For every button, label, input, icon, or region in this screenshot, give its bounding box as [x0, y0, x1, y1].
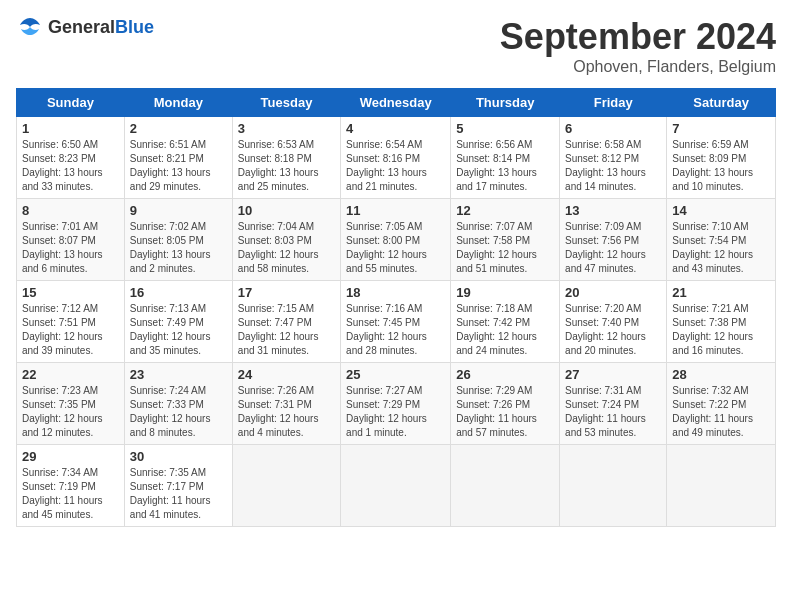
logo-text: GeneralBlue: [48, 17, 154, 38]
day-detail: Sunrise: 7:04 AMSunset: 8:03 PMDaylight:…: [238, 220, 335, 276]
day-detail: Sunrise: 7:31 AMSunset: 7:24 PMDaylight:…: [565, 384, 661, 440]
day-number: 8: [22, 203, 119, 218]
calendar-day-cell: 15Sunrise: 7:12 AMSunset: 7:51 PMDayligh…: [17, 281, 125, 363]
calendar-day-cell: 20Sunrise: 7:20 AMSunset: 7:40 PMDayligh…: [560, 281, 667, 363]
day-number: 3: [238, 121, 335, 136]
day-detail: Sunrise: 7:24 AMSunset: 7:33 PMDaylight:…: [130, 384, 227, 440]
day-number: 26: [456, 367, 554, 382]
day-detail: Sunrise: 6:53 AMSunset: 8:18 PMDaylight:…: [238, 138, 335, 194]
day-detail: Sunrise: 7:10 AMSunset: 7:54 PMDaylight:…: [672, 220, 770, 276]
day-detail: Sunrise: 7:07 AMSunset: 7:58 PMDaylight:…: [456, 220, 554, 276]
calendar-day-cell: 29Sunrise: 7:34 AMSunset: 7:19 PMDayligh…: [17, 445, 125, 527]
day-number: 13: [565, 203, 661, 218]
day-detail: Sunrise: 7:02 AMSunset: 8:05 PMDaylight:…: [130, 220, 227, 276]
calendar-day-cell: 21Sunrise: 7:21 AMSunset: 7:38 PMDayligh…: [667, 281, 776, 363]
calendar-day-cell: [232, 445, 340, 527]
day-detail: Sunrise: 6:59 AMSunset: 8:09 PMDaylight:…: [672, 138, 770, 194]
page-header: GeneralBlue September 2024 Ophoven, Flan…: [16, 16, 776, 76]
calendar-day-cell: 9Sunrise: 7:02 AMSunset: 8:05 PMDaylight…: [124, 199, 232, 281]
location-subtitle: Ophoven, Flanders, Belgium: [500, 58, 776, 76]
calendar-day-cell: 18Sunrise: 7:16 AMSunset: 7:45 PMDayligh…: [341, 281, 451, 363]
calendar-day-cell: 1Sunrise: 6:50 AMSunset: 8:23 PMDaylight…: [17, 117, 125, 199]
logo-blue: Blue: [115, 17, 154, 37]
calendar-week-row: 8Sunrise: 7:01 AMSunset: 8:07 PMDaylight…: [17, 199, 776, 281]
day-number: 23: [130, 367, 227, 382]
calendar-day-cell: 28Sunrise: 7:32 AMSunset: 7:22 PMDayligh…: [667, 363, 776, 445]
weekday-header-cell: Saturday: [667, 89, 776, 117]
day-number: 18: [346, 285, 445, 300]
day-number: 30: [130, 449, 227, 464]
day-number: 11: [346, 203, 445, 218]
calendar-day-cell: 19Sunrise: 7:18 AMSunset: 7:42 PMDayligh…: [451, 281, 560, 363]
calendar-day-cell: 26Sunrise: 7:29 AMSunset: 7:26 PMDayligh…: [451, 363, 560, 445]
logo-icon: [16, 16, 44, 38]
calendar-day-cell: [451, 445, 560, 527]
day-number: 27: [565, 367, 661, 382]
calendar-day-cell: 6Sunrise: 6:58 AMSunset: 8:12 PMDaylight…: [560, 117, 667, 199]
day-detail: Sunrise: 7:05 AMSunset: 8:00 PMDaylight:…: [346, 220, 445, 276]
calendar-day-cell: 16Sunrise: 7:13 AMSunset: 7:49 PMDayligh…: [124, 281, 232, 363]
day-number: 15: [22, 285, 119, 300]
calendar-week-row: 1Sunrise: 6:50 AMSunset: 8:23 PMDaylight…: [17, 117, 776, 199]
weekday-header-cell: Sunday: [17, 89, 125, 117]
day-detail: Sunrise: 7:34 AMSunset: 7:19 PMDaylight:…: [22, 466, 119, 522]
day-detail: Sunrise: 7:29 AMSunset: 7:26 PMDaylight:…: [456, 384, 554, 440]
calendar-day-cell: [341, 445, 451, 527]
calendar-day-cell: 22Sunrise: 7:23 AMSunset: 7:35 PMDayligh…: [17, 363, 125, 445]
calendar-day-cell: 24Sunrise: 7:26 AMSunset: 7:31 PMDayligh…: [232, 363, 340, 445]
calendar-day-cell: 17Sunrise: 7:15 AMSunset: 7:47 PMDayligh…: [232, 281, 340, 363]
day-number: 24: [238, 367, 335, 382]
calendar-day-cell: 13Sunrise: 7:09 AMSunset: 7:56 PMDayligh…: [560, 199, 667, 281]
logo: GeneralBlue: [16, 16, 154, 38]
calendar-day-cell: [667, 445, 776, 527]
calendar-day-cell: 8Sunrise: 7:01 AMSunset: 8:07 PMDaylight…: [17, 199, 125, 281]
calendar-day-cell: 23Sunrise: 7:24 AMSunset: 7:33 PMDayligh…: [124, 363, 232, 445]
day-detail: Sunrise: 7:23 AMSunset: 7:35 PMDaylight:…: [22, 384, 119, 440]
day-number: 4: [346, 121, 445, 136]
day-number: 9: [130, 203, 227, 218]
calendar-day-cell: 30Sunrise: 7:35 AMSunset: 7:17 PMDayligh…: [124, 445, 232, 527]
day-detail: Sunrise: 6:51 AMSunset: 8:21 PMDaylight:…: [130, 138, 227, 194]
calendar-day-cell: 11Sunrise: 7:05 AMSunset: 8:00 PMDayligh…: [341, 199, 451, 281]
month-title: September 2024: [500, 16, 776, 58]
calendar-day-cell: 10Sunrise: 7:04 AMSunset: 8:03 PMDayligh…: [232, 199, 340, 281]
day-number: 10: [238, 203, 335, 218]
day-detail: Sunrise: 7:16 AMSunset: 7:45 PMDaylight:…: [346, 302, 445, 358]
day-number: 2: [130, 121, 227, 136]
calendar-day-cell: 4Sunrise: 6:54 AMSunset: 8:16 PMDaylight…: [341, 117, 451, 199]
day-detail: Sunrise: 6:50 AMSunset: 8:23 PMDaylight:…: [22, 138, 119, 194]
day-number: 28: [672, 367, 770, 382]
day-number: 14: [672, 203, 770, 218]
day-detail: Sunrise: 6:56 AMSunset: 8:14 PMDaylight:…: [456, 138, 554, 194]
day-detail: Sunrise: 7:15 AMSunset: 7:47 PMDaylight:…: [238, 302, 335, 358]
day-number: 17: [238, 285, 335, 300]
day-detail: Sunrise: 7:27 AMSunset: 7:29 PMDaylight:…: [346, 384, 445, 440]
calendar-week-row: 29Sunrise: 7:34 AMSunset: 7:19 PMDayligh…: [17, 445, 776, 527]
calendar-day-cell: 5Sunrise: 6:56 AMSunset: 8:14 PMDaylight…: [451, 117, 560, 199]
day-detail: Sunrise: 7:35 AMSunset: 7:17 PMDaylight:…: [130, 466, 227, 522]
calendar-table: SundayMondayTuesdayWednesdayThursdayFrid…: [16, 88, 776, 527]
calendar-day-cell: 7Sunrise: 6:59 AMSunset: 8:09 PMDaylight…: [667, 117, 776, 199]
day-detail: Sunrise: 7:01 AMSunset: 8:07 PMDaylight:…: [22, 220, 119, 276]
day-detail: Sunrise: 7:18 AMSunset: 7:42 PMDaylight:…: [456, 302, 554, 358]
logo-general: General: [48, 17, 115, 37]
day-detail: Sunrise: 7:26 AMSunset: 7:31 PMDaylight:…: [238, 384, 335, 440]
calendar-day-cell: 3Sunrise: 6:53 AMSunset: 8:18 PMDaylight…: [232, 117, 340, 199]
calendar-day-cell: 12Sunrise: 7:07 AMSunset: 7:58 PMDayligh…: [451, 199, 560, 281]
day-number: 21: [672, 285, 770, 300]
weekday-header-cell: Wednesday: [341, 89, 451, 117]
day-detail: Sunrise: 7:12 AMSunset: 7:51 PMDaylight:…: [22, 302, 119, 358]
calendar-week-row: 22Sunrise: 7:23 AMSunset: 7:35 PMDayligh…: [17, 363, 776, 445]
weekday-header-cell: Tuesday: [232, 89, 340, 117]
day-number: 29: [22, 449, 119, 464]
day-detail: Sunrise: 7:20 AMSunset: 7:40 PMDaylight:…: [565, 302, 661, 358]
weekday-header-cell: Thursday: [451, 89, 560, 117]
day-detail: Sunrise: 7:09 AMSunset: 7:56 PMDaylight:…: [565, 220, 661, 276]
weekday-header-cell: Friday: [560, 89, 667, 117]
day-number: 16: [130, 285, 227, 300]
day-number: 7: [672, 121, 770, 136]
weekday-header-cell: Monday: [124, 89, 232, 117]
day-number: 6: [565, 121, 661, 136]
weekday-header-row: SundayMondayTuesdayWednesdayThursdayFrid…: [17, 89, 776, 117]
day-detail: Sunrise: 7:21 AMSunset: 7:38 PMDaylight:…: [672, 302, 770, 358]
